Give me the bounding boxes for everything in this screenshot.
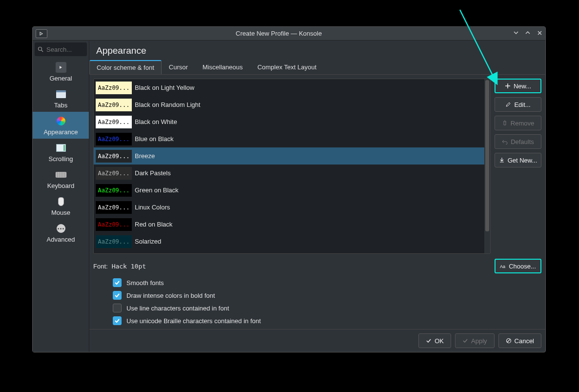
sidebar-item-keyboard[interactable]: Keyboard	[33, 165, 89, 192]
sidebar-item-appearance[interactable]: Appearance	[33, 112, 89, 139]
choose-font-button[interactable]: Aa Choose...	[495, 259, 541, 273]
scheme-name: Breeze	[135, 152, 155, 160]
scrolling-icon	[56, 143, 66, 153]
font-label: Font:	[93, 263, 108, 270]
scheme-row[interactable]: AaZz09...Breeze	[94, 147, 484, 165]
tab-cursor[interactable]: Cursor	[162, 60, 195, 74]
scheme-sample: AaZz09...	[96, 133, 132, 145]
scheme-list: AaZz09...Black on Light YellowAaZz09...B…	[93, 79, 491, 254]
sidebar-item-mouse[interactable]: Mouse	[33, 192, 89, 219]
main-panel: Appearance Color scheme & font Cursor Mi…	[89, 41, 545, 352]
tab-miscellaneous[interactable]: Miscellaneous	[195, 60, 250, 74]
checkbox-icon	[113, 278, 122, 287]
dialog-footer: OK Apply Cancel	[89, 329, 545, 352]
defaults-button[interactable]: Defaults	[495, 134, 541, 149]
font-options: Smooth fontsDraw intense colors in bold …	[93, 278, 541, 325]
checkbox-option[interactable]: Use line characters contained in font	[113, 304, 541, 312]
font-value: Hack 10pt	[112, 263, 146, 270]
scheme-row[interactable]: AaZz09...Blue on Black	[94, 130, 484, 147]
scrollbar[interactable]	[484, 79, 490, 253]
sidebar-item-label: Scrolling	[49, 155, 73, 163]
close-button[interactable]	[534, 30, 545, 37]
svg-line-1	[41, 50, 43, 52]
sidebar: General Tabs Appearance	[33, 41, 89, 352]
sidebar-item-label: Mouse	[51, 209, 70, 216]
scheme-row[interactable]: AaZz09...Black on Random Light	[94, 96, 484, 113]
advanced-icon	[56, 223, 66, 234]
scheme-sample: AaZz09...	[96, 99, 132, 111]
checkbox-label: Use unicode Braille characters contained…	[126, 317, 261, 325]
apply-button[interactable]: Apply	[455, 333, 495, 348]
tabs: Color scheme & font Cursor Miscellaneous…	[89, 60, 545, 75]
scheme-row[interactable]: AaZz09...Solarized	[94, 233, 484, 250]
scheme-sample: AaZz09...	[96, 150, 132, 163]
sidebar-item-label: Advanced	[47, 236, 75, 243]
sidebar-item-label: Tabs	[54, 102, 67, 109]
svg-point-0	[39, 47, 42, 51]
undo-icon	[502, 139, 508, 144]
get-new-button[interactable]: Get New...	[495, 153, 541, 167]
new-scheme-button[interactable]: New...	[495, 79, 541, 93]
scheme-sample: AaZz09...	[96, 116, 132, 128]
svg-text:Aa: Aa	[500, 264, 505, 268]
scheme-row[interactable]: AaZz09...Black on White	[94, 113, 484, 130]
sidebar-item-general[interactable]: General	[33, 58, 89, 85]
checkbox-label: Use line characters contained in font	[126, 305, 229, 312]
edit-scheme-button[interactable]: Edit...	[495, 97, 541, 112]
scheme-name: Black on Light Yellow	[135, 84, 194, 91]
tabs-icon	[56, 89, 66, 100]
scheme-row[interactable]: AaZz09...Green on Black	[94, 182, 484, 199]
remove-scheme-button[interactable]: Remove	[495, 116, 541, 130]
scheme-sample: AaZz09...	[96, 235, 132, 248]
titlebar: Create New Profile — Konsole	[33, 27, 545, 41]
cancel-button[interactable]: Cancel	[498, 333, 541, 348]
search-icon	[38, 46, 43, 52]
scheme-sample: AaZz09...	[96, 167, 132, 180]
trash-icon	[502, 120, 508, 126]
checkbox-icon	[113, 291, 122, 300]
scheme-row[interactable]: AaZz09...Red on Black	[94, 216, 484, 233]
scheme-name: Solarized	[135, 238, 161, 245]
ok-button[interactable]: OK	[418, 333, 451, 348]
scheme-name: Blue on Black	[135, 135, 174, 143]
sidebar-item-tabs[interactable]: Tabs	[33, 85, 89, 112]
checkbox-icon	[113, 316, 122, 325]
check-icon	[462, 338, 468, 344]
checkbox-option[interactable]: Smooth fonts	[113, 278, 541, 287]
scheme-name: Linux Colors	[135, 204, 170, 211]
scheme-row[interactable]: AaZz09...Black on Light Yellow	[94, 79, 484, 96]
font-icon: Aa	[500, 264, 506, 268]
scheme-name: Red on Black	[135, 221, 172, 228]
sidebar-item-label: Appearance	[43, 128, 78, 136]
scheme-row[interactable]: AaZz09...Dark Pastels	[94, 165, 484, 182]
sidebar-item-label: General	[49, 75, 72, 82]
search-field[interactable]	[35, 42, 87, 56]
page-title: Appearance	[89, 41, 545, 60]
scheme-name: Black on White	[135, 118, 177, 125]
scheme-sample: AaZz09...	[96, 218, 132, 231]
checkbox-label: Smooth fonts	[126, 279, 164, 287]
sidebar-item-scrolling[interactable]: Scrolling	[33, 139, 89, 165]
window-menu-icon[interactable]	[36, 29, 47, 38]
scrollbar-thumb[interactable]	[485, 80, 489, 231]
dialog-window: Create New Profile — Konsole General	[32, 26, 546, 352]
scheme-name: Black on Random Light	[135, 101, 200, 108]
maximize-button[interactable]	[522, 30, 534, 37]
minimize-button[interactable]	[510, 30, 522, 37]
scheme-row[interactable]: AaZz09...Linux Colors	[94, 199, 484, 216]
checkbox-option[interactable]: Use unicode Braille characters contained…	[113, 316, 541, 325]
checkbox-label: Draw intense colors in bold font	[126, 292, 215, 299]
checkbox-option[interactable]: Draw intense colors in bold font	[113, 291, 541, 300]
checkbox-icon	[113, 304, 122, 312]
window-title: Create New Profile — Konsole	[47, 30, 510, 37]
sidebar-item-label: Keyboard	[47, 182, 75, 189]
scheme-sample: AaZz09...	[96, 82, 132, 94]
tab-color-scheme-font[interactable]: Color scheme & font	[89, 60, 162, 74]
svg-line-4	[507, 339, 510, 342]
general-icon	[56, 62, 66, 73]
tab-complex-text-layout[interactable]: Complex Text Layout	[250, 60, 324, 74]
appearance-icon	[56, 116, 66, 126]
mouse-icon	[56, 196, 66, 207]
scheme-name: Green on Black	[135, 186, 179, 194]
sidebar-item-advanced[interactable]: Advanced	[33, 219, 89, 246]
